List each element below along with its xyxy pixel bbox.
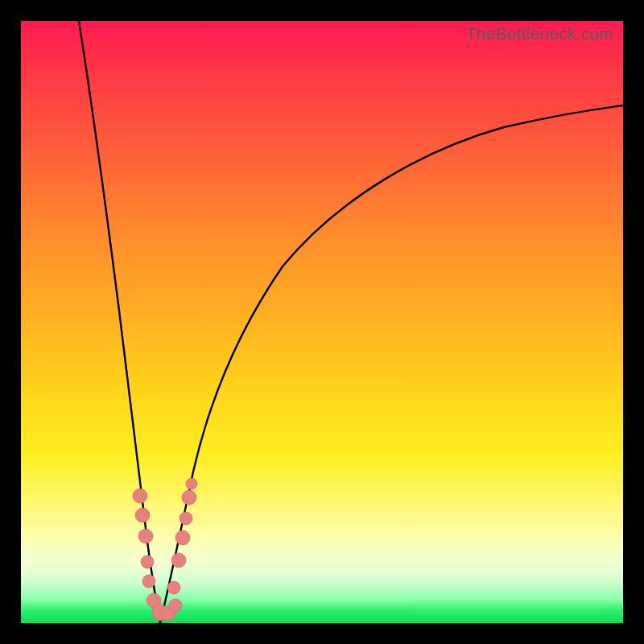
data-point <box>180 512 192 525</box>
data-point <box>138 529 153 543</box>
data-point <box>135 508 150 522</box>
curve-right-branch <box>160 105 623 623</box>
data-point <box>142 575 155 588</box>
data-point <box>175 530 190 545</box>
data-point <box>171 553 186 568</box>
data-point <box>169 599 182 612</box>
outer-frame: TheBottleneck.com <box>0 0 644 644</box>
curve-layer <box>21 21 623 623</box>
data-point <box>186 478 197 489</box>
data-point <box>182 490 196 505</box>
watermark-text: TheBottleneck.com <box>466 24 613 43</box>
data-point <box>167 581 180 594</box>
data-point <box>141 555 154 568</box>
plot-area: TheBottleneck.com <box>21 21 623 623</box>
data-point <box>133 489 147 503</box>
